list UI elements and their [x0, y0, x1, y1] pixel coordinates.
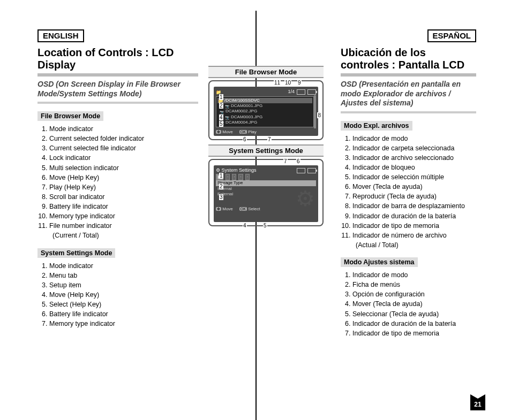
file-name: DCAM0003.JPG: [231, 114, 262, 120]
list-item: Memory type indicator: [49, 319, 198, 329]
file-browser-list-en: Mode indicator Current selected folder i…: [37, 124, 198, 241]
tab-icon: ·: [226, 174, 230, 180]
list-item: Reproducir (Tecla de ayuda): [352, 192, 476, 201]
help-move: Move: [222, 129, 233, 134]
left-column: ENGLISH Location of Controls : LCD Displ…: [29, 29, 206, 404]
list-item: Indicador de carpeta seleccionada: [352, 143, 476, 153]
list-item: Setup item: [49, 280, 198, 290]
page-number: 21: [470, 399, 485, 410]
list-item: Scroll bar indicator: [49, 192, 198, 202]
dpad-icon: ✥: [216, 130, 221, 134]
tab-icon: ▣: [216, 174, 223, 180]
lcd-screen: 1/4 /DCIM/100SSDVC DCAM0001.JPG DCAM0002…: [214, 87, 318, 136]
lock-icon: [218, 104, 223, 108]
list-item: Move (Help Key): [49, 290, 198, 300]
list-item: Seleccionar (Tecla de ayuda): [352, 309, 476, 319]
list-item: Mover (Tecla de ayuda): [352, 299, 476, 309]
list-item: Battery life indicator: [49, 202, 198, 211]
title-english: Location of Controls : LCD Display: [37, 47, 198, 71]
list-item: Mode indicator: [49, 261, 198, 271]
system-settings-list-en: Mode indicator Menu tab Setup item Move …: [37, 261, 198, 329]
memory-icon: [297, 168, 305, 173]
list-item-label: Indicador de número de archivo: [352, 232, 447, 239]
title-spanish: Ubicación de los controles : Pantalla LC…: [341, 47, 476, 71]
figure-file-browser-title: File Browser Mode: [208, 66, 324, 78]
section-system-settings-en: System Settings Mode: [37, 248, 115, 258]
manual-page: ENGLISH Location of Controls : LCD Displ…: [0, 0, 511, 420]
list-item: File number indicator (Current / Total): [49, 221, 198, 240]
folder-icon: [216, 90, 221, 94]
list-item: Memory type indicator: [49, 211, 198, 221]
list-item: Indicador de modo: [352, 270, 476, 280]
list-item: Indicador de tipo de memoria: [352, 329, 476, 338]
list-item: Indicador de selección múltiple: [352, 172, 476, 182]
gear-icon: ⚙: [216, 167, 220, 173]
list-item-sub: (Actual / Total): [356, 241, 399, 249]
language-spanish: ESPAÑOL: [427, 29, 476, 42]
callout: 4: [243, 223, 247, 228]
divider: [37, 73, 198, 77]
callout: 6: [243, 136, 247, 142]
subtitle-spanish: OSD (Presentación en pantalla en modo Ex…: [341, 80, 476, 108]
figure-system-settings: ⚙ ⚙ System Settings ▣···· Storage Type I…: [208, 159, 324, 226]
tab-icon: ·: [238, 174, 243, 180]
help-select: Select: [248, 207, 260, 211]
callout: 9: [297, 80, 302, 86]
list-item: Indicador de modo: [352, 134, 476, 143]
help-play: Play: [248, 129, 257, 134]
list-item: Battery life indicator: [49, 309, 198, 319]
camera-icon: [219, 120, 224, 125]
system-settings-list-es: Indicador de modo Ficha de menús Opción …: [341, 270, 476, 338]
list-item: Mover (Tecla de ayuda): [352, 182, 476, 192]
language-english: ENGLISH: [37, 29, 84, 42]
battery-icon: [307, 168, 316, 173]
file-name: DCAM0004.JPG: [226, 120, 257, 125]
callout: 7: [283, 158, 288, 164]
ok-key: OK: [239, 207, 247, 211]
list-item: Opción de configuración: [352, 289, 476, 299]
help-move: Move: [222, 207, 233, 211]
file-browser-list-es: Indicador de modo Indicador de carpeta s…: [341, 134, 476, 250]
list-item: Indicador de duración de la batería: [352, 319, 476, 329]
list-item-sub: (Current / Total): [52, 232, 99, 239]
folder-path: /DCIM/100SSDVC: [224, 98, 260, 103]
list-item: Indicador de número de archivo (Actual /…: [352, 231, 476, 250]
callout: 11: [274, 80, 281, 86]
list-item: Menu tab: [49, 271, 198, 280]
tab-icon: ·: [232, 174, 236, 180]
divider: [341, 73, 476, 77]
settings-title: ⚙ System Settings: [216, 167, 257, 174]
list-item: Indicador de duración de la batería: [352, 211, 476, 221]
tab-icon: ·: [245, 174, 250, 180]
gear-icon: ⚙: [296, 185, 315, 212]
camera-icon: [219, 110, 224, 114]
list-item: Play (Help Key): [49, 182, 198, 192]
callout: 6: [296, 158, 300, 164]
section-file-browser-es: Modo Expl. archivos: [341, 121, 412, 131]
memory-icon: [297, 89, 305, 95]
section-file-browser-en: File Browser Mode: [37, 111, 103, 121]
lcd-screen: ⚙ ⚙ System Settings ▣···· Storage Type I…: [214, 165, 318, 222]
check-icon: [218, 115, 223, 119]
list-item: Indicador de barra de desplazamiento: [352, 201, 476, 211]
figure-file-browser: 1/4 /DCIM/100SSDVC DCAM0001.JPG DCAM0002…: [208, 80, 324, 140]
divider: [37, 102, 198, 104]
camera-icon: [224, 115, 230, 119]
list-item: Mode indicator: [49, 124, 198, 134]
battery-icon: [307, 89, 316, 95]
list-item: Current selected file indicator: [49, 143, 198, 153]
list-item: Lock indicator: [49, 153, 198, 163]
scrollbar: [314, 95, 316, 128]
callout: 10: [284, 80, 291, 86]
subtitle-english: OSD (On Screen Display in File Browser M…: [37, 80, 198, 98]
ok-key: OK: [239, 130, 247, 134]
columns: ENGLISH Location of Controls : LCD Displ…: [29, 29, 484, 404]
list-item: Multi selection indicator: [49, 163, 198, 173]
list-item: Indicador de bloqueo: [352, 163, 476, 172]
file-list: /DCIM/100SSDVC DCAM0001.JPG DCAM0002.JPG…: [216, 96, 314, 127]
callout: 5: [263, 223, 267, 228]
camera-icon: [224, 104, 230, 108]
list-item: Indicador de tipo de memoria: [352, 221, 476, 231]
file-counter: 1/4: [288, 89, 295, 95]
file-name: DCAM0002.JPG: [226, 109, 257, 114]
